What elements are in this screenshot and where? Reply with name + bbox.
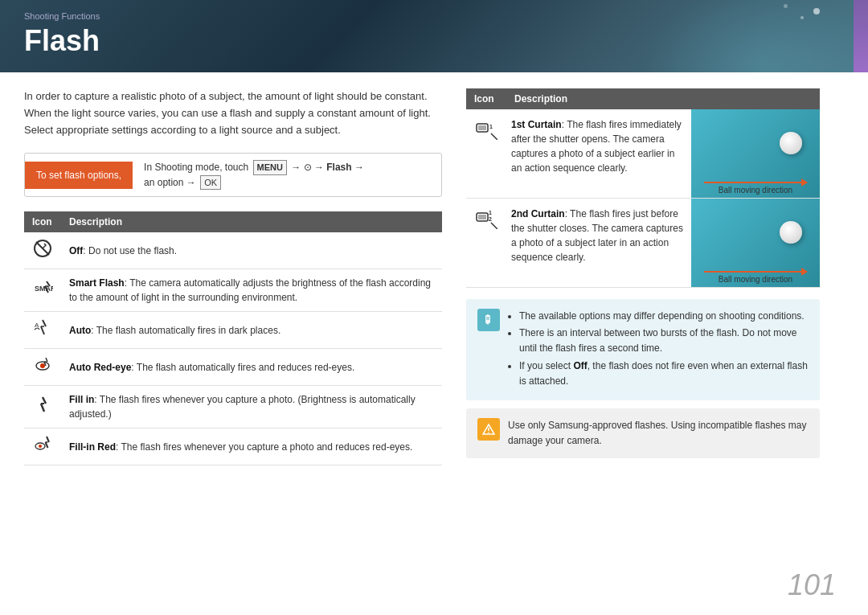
curtain-2nd-bold: 2nd Curtain (511, 208, 565, 219)
icon-smart: SMART (24, 269, 61, 312)
icon-redeye (24, 349, 61, 386)
svg-point-39 (488, 432, 489, 433)
svg-text:2: 2 (489, 216, 492, 222)
svg-line-9 (41, 326, 44, 334)
ok-key: OK (200, 175, 221, 191)
desc-off: Off: Do not use the flash. (61, 232, 442, 269)
svg-marker-34 (485, 323, 489, 325)
flash-keyword: Flash (326, 162, 351, 173)
ball-label-2nd: Ball moving direction (691, 275, 820, 284)
icon-fillinred (24, 428, 61, 465)
flash-options-label: To set flash options, (25, 162, 133, 189)
desc-fillinred: Fill-in Red: The flash fires whenever yo… (61, 428, 442, 465)
table-row: Auto Red-eye: The flash automatically fi… (24, 349, 442, 386)
left-icon-table: Icon Description Off: Do not use the fla… (24, 211, 442, 465)
table-row: 1 1st Curtain: The flash fires immediate… (466, 109, 820, 199)
arrow-1: → (291, 162, 301, 173)
arrow-3: → (354, 162, 364, 173)
auto-redeye-icon (33, 355, 52, 375)
icon-off (24, 232, 61, 269)
icon-2nd-curtain: 1 2 (466, 199, 506, 237)
menu-key: MENU (253, 160, 287, 175)
curtain-1st-bold: 1st Curtain (511, 119, 562, 130)
flash-options-box: To set flash options, In Shooting mode, … (24, 153, 442, 197)
pencil-icon (477, 309, 500, 331)
table-row: 1 2 2nd Curtain: The flash fires just be… (466, 199, 820, 288)
warning-icon (477, 418, 500, 441)
fill-in-red-icon (33, 435, 52, 454)
svg-rect-33 (487, 314, 489, 316)
table-row: SMART Smart Flash: The camera automatica… (24, 269, 442, 312)
table-row: Off: Do not use the flash. (24, 232, 442, 269)
svg-line-31 (491, 223, 497, 229)
info-bullet-2: There is an interval between two bursts … (519, 326, 809, 356)
svg-rect-28 (478, 215, 486, 219)
table-row: A Auto: The flash automatically fires in… (24, 312, 442, 349)
table-row: Fill in: The flash fires whenever you ca… (24, 386, 442, 428)
curtain-2nd-desc: 2nd Curtain: The flash fires just before… (506, 199, 691, 287)
icon-auto: A (24, 312, 61, 349)
arrow-2: → (314, 162, 324, 173)
svg-line-22 (46, 442, 48, 448)
pencil-svg (482, 314, 495, 326)
svg-text:1: 1 (489, 124, 493, 129)
right-table-desc-header: Description (506, 88, 820, 109)
arrow-2nd (704, 271, 807, 273)
warning-note-box: Use only Samsung-approved flashes. Using… (466, 408, 820, 458)
off-icon (33, 239, 52, 258)
svg-line-26 (491, 133, 497, 140)
curtain-1st-row: 1st Curtain: The flash fires immediately… (506, 109, 820, 198)
page-title: Flash (24, 24, 844, 58)
curtain-2nd-row: 2nd Curtain: The flash fires just before… (506, 199, 820, 287)
ball-2nd (780, 221, 802, 244)
curtain-1st-desc: 1st Curtain: The flash fires immediately… (506, 109, 691, 198)
main-content: In order to capture a realistic photo of… (0, 72, 868, 482)
icon-1st-curtain: 1 (466, 109, 506, 148)
instruction-text-1: In Shooting mode, touch (144, 162, 248, 173)
svg-point-11 (40, 363, 45, 368)
warning-text: Use only Samsung-approved flashes. Using… (508, 420, 807, 446)
svg-line-7 (43, 320, 46, 326)
warning-svg (482, 423, 495, 436)
page-header: Shooting Functions Flash (0, 0, 868, 72)
svg-line-15 (43, 397, 46, 404)
right-table-icon-header: Icon (466, 88, 506, 109)
svg-point-19 (39, 445, 42, 448)
curtain-1st-image: Ball moving direction (691, 109, 820, 198)
svg-text:1: 1 (489, 210, 492, 215)
intro-text: In order to capture a realistic photo of… (24, 88, 442, 138)
first-curtain-icon: 1 (475, 117, 497, 140)
icon-fill (24, 386, 61, 428)
auto-flash-icon: A (33, 318, 52, 338)
desc-auto: Auto: The flash automatically fires in d… (61, 312, 442, 349)
svg-line-12 (46, 358, 47, 362)
info-bullet-1: The available options may differ dependi… (519, 309, 809, 324)
ball-label-1st: Ball moving direction (691, 186, 820, 195)
camera-icon-sym: ⊙ (304, 162, 312, 173)
info-note-content: The available options may differ dependi… (508, 309, 809, 391)
arrow-1st (704, 182, 807, 183)
left-table-icon-header: Icon (24, 211, 61, 232)
svg-rect-24 (478, 125, 486, 130)
warning-note-content: Use only Samsung-approved flashes. Using… (508, 418, 809, 449)
left-table-desc-header: Description (61, 211, 442, 232)
desc-smart: Smart Flash: The camera automatically ad… (61, 269, 442, 312)
second-curtain-icon: 1 2 (475, 207, 497, 229)
info-bullet-3: If you select Off, the flash does not fi… (519, 359, 809, 389)
table-row: Fill-in Red: The flash fires whenever yo… (24, 428, 442, 465)
ball-1st (780, 132, 802, 154)
info-note-box: The available options may differ dependi… (466, 299, 820, 400)
curtain-2nd-image: Ball moving direction (691, 199, 820, 287)
right-icon-table: Icon Description 1 (466, 88, 820, 288)
desc-fill: Fill in: The flash fires whenever you ca… (61, 386, 442, 428)
svg-line-17 (41, 404, 44, 412)
smart-flash-icon: SMART (32, 278, 53, 299)
flash-instructions: In Shooting mode, touch MENU → ⊙ → Flash… (133, 154, 375, 196)
desc-redeye: Auto Red-eye: The flash automatically fi… (61, 349, 442, 386)
page-number: 101 (788, 568, 836, 602)
breadcrumb: Shooting Functions (24, 11, 844, 21)
left-column: In order to capture a realistic photo of… (24, 88, 442, 466)
accent-bar (854, 0, 868, 72)
svg-line-20 (47, 437, 49, 442)
right-column: Icon Description 1 (466, 88, 820, 466)
